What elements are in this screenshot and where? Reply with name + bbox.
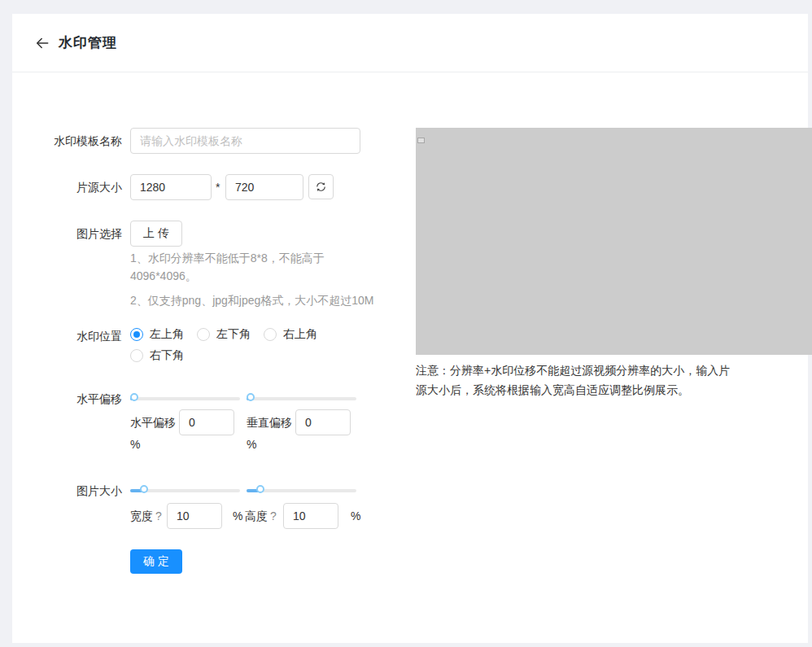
slider-rail	[247, 397, 356, 400]
offset-label: 水平偏移	[12, 390, 122, 408]
vertical-offset-input[interactable]	[295, 409, 351, 435]
source-size-label: 片源大小	[12, 174, 122, 200]
sync-button[interactable]	[308, 174, 334, 199]
width-slider[interactable]	[130, 485, 240, 496]
height-help-icon[interactable]: ?	[270, 503, 277, 529]
position-radio-group: 左上角 左下角 右上角 右下角	[130, 326, 355, 369]
template-name-input[interactable]	[130, 128, 360, 154]
preview-note: 注意：分辨率+水印位移不能超过源视频分辨率的大小，输入片源大小后，系统将根据输入…	[416, 361, 735, 400]
position-label: 水印位置	[12, 327, 122, 345]
upload-hint-1: 1、水印分辨率不能低于8*8，不能高于4096*4096。	[130, 249, 368, 285]
watermark-management-card: 水印管理 水印模板名称 片源大小 * 图片选择 上 传 1、水印分辨率不能低于8…	[12, 14, 808, 643]
slider-handle[interactable]	[130, 393, 138, 401]
watermark-preview-image	[417, 138, 425, 143]
confirm-button[interactable]: 确 定	[130, 549, 182, 574]
height-slider[interactable]	[247, 485, 356, 496]
slider-handle[interactable]	[247, 393, 255, 401]
source-width-input[interactable]	[130, 174, 212, 200]
source-height-input[interactable]	[225, 174, 303, 200]
vertical-offset-field-label: 垂直偏移	[247, 409, 292, 435]
image-select-label: 图片选择	[12, 221, 122, 247]
width-unit: %	[233, 503, 242, 529]
width-help-icon[interactable]: ?	[155, 503, 162, 529]
width-field-label: 宽度	[130, 503, 153, 529]
radio-circle-icon	[130, 349, 143, 362]
back-arrow-icon	[34, 35, 50, 51]
horizontal-offset-slider[interactable]	[130, 393, 240, 404]
vertical-offset-slider[interactable]	[247, 393, 356, 404]
height-field-label: 高度	[245, 503, 268, 529]
height-input[interactable]	[283, 503, 338, 529]
radio-circle-icon	[130, 328, 143, 341]
radio-circle-icon	[264, 328, 277, 341]
width-input[interactable]	[167, 503, 222, 529]
sync-icon	[315, 181, 327, 193]
horizontal-offset-input[interactable]	[179, 409, 234, 435]
vertical-offset-unit: %	[247, 438, 256, 451]
image-size-label: 图片大小	[12, 482, 122, 500]
radio-top-right[interactable]: 右上角	[264, 326, 317, 343]
radio-top-left[interactable]: 左上角	[130, 326, 184, 343]
horizontal-offset-unit: %	[130, 438, 140, 451]
radio-bottom-left[interactable]: 左下角	[197, 326, 251, 343]
upload-button[interactable]: 上 传	[130, 221, 182, 247]
back-button[interactable]	[33, 33, 52, 53]
slider-rail	[130, 397, 240, 400]
page-header: 水印管理	[12, 14, 808, 72]
watermark-preview-pane	[416, 128, 812, 355]
page-title: 水印管理	[59, 33, 117, 52]
height-unit: %	[351, 503, 360, 529]
radio-circle-icon	[197, 328, 210, 341]
horizontal-offset-field-label: 水平偏移	[130, 409, 176, 435]
size-separator: *	[216, 174, 220, 200]
upload-hint-2: 2、仅支持png、jpg和jpeg格式，大小不超过10M	[130, 291, 391, 309]
radio-bottom-right[interactable]: 右下角	[130, 348, 184, 364]
template-name-label: 水印模板名称	[12, 128, 122, 154]
